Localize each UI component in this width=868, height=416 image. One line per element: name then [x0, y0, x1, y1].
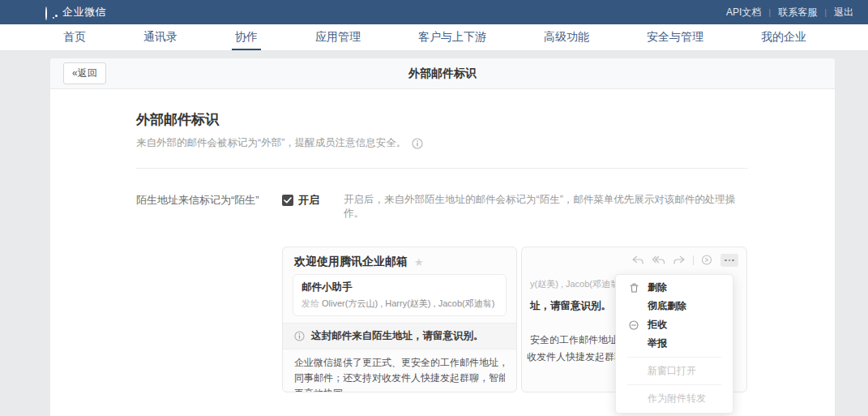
separator: |: [768, 7, 771, 17]
menu-divider: [627, 384, 721, 385]
setting-description: 开启后，来自外部陌生地址的邮件会标记为“陌生”，邮件菜单优先展示对该邮件的处理操…: [344, 193, 748, 221]
nav-item-advanced[interactable]: 高级功能: [539, 24, 594, 50]
main-nav: 首页 通讯录 协作 应用管理 客户与上下游 高级功能 安全与管理 我的企业: [0, 24, 868, 51]
setting-label: 陌生地址来信标记为“陌生”: [136, 193, 282, 208]
logout-link[interactable]: 退出: [834, 6, 853, 19]
nav-item-home[interactable]: 首页: [58, 24, 91, 50]
menu-item-label: 彻底删除: [648, 299, 686, 313]
page-title: 外部邮件标识: [50, 66, 835, 81]
enable-checkbox[interactable]: 开启: [282, 193, 319, 208]
panel-header: «返回 外部邮件标识: [50, 58, 835, 89]
menu-item-delete: 删除: [616, 278, 733, 297]
stranger-mark-setting-row: 陌生地址来信标记为“陌生” 开启 开启后，来自外部陌生地址的邮件会标记为“陌生”…: [136, 193, 748, 221]
menu-item-delete-forever: 彻底删除: [616, 297, 733, 315]
menu-item-report: 举报: [616, 334, 733, 353]
nav-item-app-management[interactable]: 应用管理: [310, 24, 366, 50]
email-sender-box: 邮件小助手 发给 Oliver(方云山) , Harry(赵美) , Jacob…: [293, 274, 507, 316]
topbar: 企业微信 API文档 | 联系客服 | 退出: [0, 0, 868, 24]
email-body-line: 企业微信提供了更正式、更安全的工作邮件地址，可以方便: [294, 355, 505, 371]
menu-item-label: 拒收: [648, 318, 667, 332]
topbar-links: API文档 | 联系客服 | 退出: [726, 6, 853, 19]
nav-item-contacts[interactable]: 通讯录: [139, 24, 182, 50]
email-body: 企业微信提供了更正式、更安全的工作邮件地址，可以方便 同事邮件；还支持对收发件人…: [283, 350, 516, 392]
toolbar-separator: [693, 255, 694, 265]
section-title: 外部邮件标识: [136, 110, 748, 129]
checkbox-label: 开启: [298, 193, 319, 208]
nav-item-customers[interactable]: 客户与上下游: [413, 24, 491, 50]
email-sender: 邮件小助手: [301, 281, 498, 294]
menu-item-label: 删除: [648, 281, 667, 294]
separator: |: [824, 7, 827, 17]
email-body-line: 同事邮件；还支持对收发件人快捷发起群聊，智能分类邮件: [294, 371, 505, 386]
menu-item-reject: 拒收: [616, 315, 733, 334]
nav-item-collaboration[interactable]: 协作: [230, 24, 263, 50]
chat-bubble-icon: [701, 255, 713, 266]
email-recipients: 发给 Oliver(方云山) , Harry(赵美) , Jacob(邓迪翁) …: [301, 298, 498, 310]
reply-all-icon: [652, 255, 665, 265]
api-docs-link[interactable]: API文档: [726, 6, 761, 19]
menu-item-open-new-window: 新窗口打开: [616, 362, 733, 380]
divider: [136, 168, 748, 169]
email-body-line: 更高效协同: [294, 386, 505, 392]
trash-icon: [627, 283, 640, 293]
bg-text-fragment: 址，请留意识别。: [530, 299, 611, 313]
notice-text: 这封邮件来自陌生地址，请留意识别。: [311, 329, 484, 343]
contact-support-link[interactable]: 联系客服: [778, 6, 817, 19]
star-icon: ★: [414, 256, 424, 268]
preview-cards: 欢迎使用腾讯企业邮箱 ★ 邮件小助手 发给 Oliver(方云山) , Harr…: [282, 247, 748, 392]
menu-divider: [627, 357, 721, 358]
brand: 企业微信: [45, 5, 106, 19]
email-subject-row: 欢迎使用腾讯企业邮箱 ★: [283, 247, 516, 274]
settings-panel: «返回 外部邮件标识 外部邮件标识 来自外部的邮件会被标记为“外部”，提醒成员注…: [50, 58, 835, 416]
forward-icon: [673, 255, 686, 265]
block-icon: [627, 320, 640, 330]
menu-item-label: 举报: [648, 337, 667, 350]
menu-item-label: 作为附件转发: [648, 392, 706, 405]
info-icon[interactable]: [412, 138, 423, 149]
panel-content: 外部邮件标识 来自外部的邮件会被标记为“外部”，提醒成员注意信息安全。 陌生地址…: [50, 89, 835, 392]
nav-item-my-company[interactable]: 我的企业: [756, 24, 811, 50]
reply-icon: [631, 255, 644, 265]
email-context-menu: 删除 彻底删除 拒收 举报: [615, 274, 733, 414]
email-preview-card: 欢迎使用腾讯企业邮箱 ★ 邮件小助手 发给 Oliver(方云山) , Harr…: [282, 247, 517, 392]
wework-logo-icon: [45, 7, 58, 18]
checkbox-checked-icon[interactable]: [282, 195, 293, 206]
more-actions-icon: [720, 254, 738, 267]
menu-item-forward-as-attachment: 作为附件转发: [616, 389, 733, 408]
section-subtitle: 来自外部的邮件会被标记为“外部”，提醒成员注意信息安全。: [136, 136, 748, 150]
stranger-notice-banner: 这封邮件来自陌生地址，请留意识别。: [283, 323, 516, 350]
menu-item-label: 新窗口打开: [648, 364, 696, 378]
section-subtitle-text: 来自外部的邮件会被标记为“外部”，提醒成员注意信息安全。: [136, 136, 406, 150]
brand-name: 企业微信: [62, 5, 106, 19]
nav-item-security[interactable]: 安全与管理: [642, 24, 708, 50]
email-subject: 欢迎使用腾讯企业邮箱: [294, 255, 408, 269]
email-toolbar: [631, 254, 738, 267]
notice-info-icon: [294, 331, 305, 341]
recipients-prefix: 发给: [301, 298, 319, 308]
email-menu-preview-card: y(赵美) , Jacob(邓迪翁) 等 共 址，请留意识别。 安全的工作邮件地…: [521, 247, 747, 392]
back-button[interactable]: «返回: [63, 62, 106, 84]
recipients-names: Oliver(方云山) , Harry(赵美) , Jacob(邓迪翁): [322, 298, 494, 308]
recipients-suffix: 等 共5人: [497, 298, 498, 308]
